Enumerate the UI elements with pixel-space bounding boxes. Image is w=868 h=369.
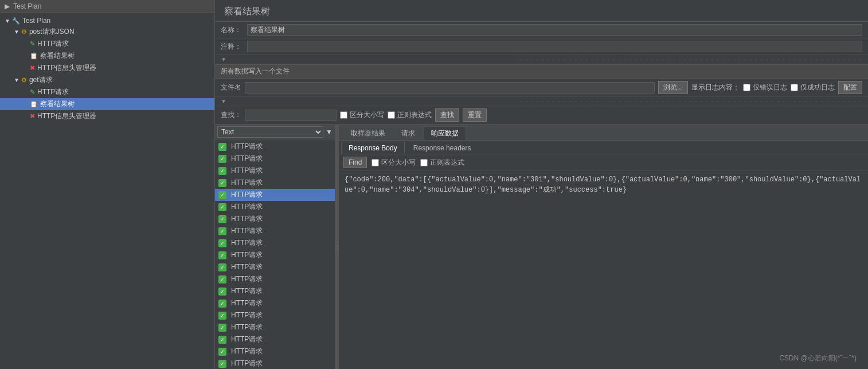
response-tabs: 取样器结果请求响应数据 — [339, 125, 868, 141]
result-label: HTTP请求 — [231, 178, 263, 188]
regex-group[interactable]: 正则表达式 — [388, 110, 432, 120]
comment-row: 注释： — [215, 38, 868, 55]
response-sub-tab-Response Body[interactable]: Response Body — [341, 142, 405, 154]
success-icon: ✓ — [218, 348, 226, 356]
regex-checkbox[interactable] — [388, 111, 395, 119]
find-button[interactable]: 查找 — [435, 108, 459, 122]
result-item[interactable]: ✓HTTP请求 — [215, 273, 335, 285]
tree-label-post-header: HTTP信息头管理器 — [37, 63, 96, 73]
tree-icon-get-result-tree: 📋 — [30, 100, 38, 108]
success-icon: ✓ — [218, 263, 226, 271]
resp-regex-label: 正则表达式 — [430, 158, 464, 168]
error-only-group[interactable]: 仅错误日志 — [743, 83, 787, 92]
results-dropdown[interactable]: Text — [217, 126, 323, 138]
name-label: 名称： — [221, 25, 244, 35]
result-label: HTTP请求 — [231, 347, 263, 356]
response-find-button[interactable]: Find — [343, 157, 367, 168]
error-only-label: 仅错误日志 — [753, 83, 787, 92]
file-name-input[interactable] — [245, 82, 655, 94]
result-item[interactable]: ✓HTTP请求 — [215, 261, 335, 273]
reset-button[interactable]: 重置 — [463, 108, 487, 122]
response-panel: 取样器结果请求响应数据 Response BodyResponse header… — [339, 125, 868, 369]
resp-case-checkbox[interactable] — [372, 159, 379, 166]
result-item[interactable]: ✓HTTP请求 — [215, 153, 335, 165]
expand-arrow-get-folder[interactable]: ▼ — [14, 77, 19, 83]
result-item[interactable]: ✓HTTP请求 — [215, 345, 335, 358]
success-icon: ✓ — [218, 191, 226, 199]
result-item[interactable]: ✓HTTP请求 — [215, 165, 335, 177]
response-tab-取样器结果[interactable]: 取样器结果 — [343, 126, 393, 140]
success-icon: ✓ — [218, 155, 226, 163]
result-label: HTTP请求 — [231, 190, 263, 200]
response-sub-tab-Response headers[interactable]: Response headers — [406, 142, 479, 154]
result-item[interactable]: ✓HTTP请求 — [215, 297, 335, 309]
sidebar-item-post-result-tree[interactable]: 📋察看结果树 — [0, 50, 214, 62]
tree-icon-get-http: ✎ — [30, 88, 35, 96]
sidebar-item-get-result-tree[interactable]: 📋察看结果树 — [0, 98, 214, 110]
result-item[interactable]: ✓HTTP请求 — [215, 309, 335, 321]
panel-title: 察看结果树 — [215, 0, 868, 22]
results-list-header: Text ▼ — [215, 125, 335, 139]
success-icon: ✓ — [218, 300, 226, 308]
sidebar-item-get-http[interactable]: ✎HTTP请求 — [0, 86, 214, 98]
result-item[interactable]: ✓HTTP请求 — [215, 321, 335, 333]
expand-arrow-test-plan[interactable]: ▼ — [5, 18, 10, 24]
response-tab-请求[interactable]: 请求 — [394, 126, 423, 140]
result-label: HTTP请求 — [231, 154, 263, 164]
result-item[interactable]: ✓HTTP请求 — [215, 141, 335, 153]
expand-arrow-post-json[interactable]: ▼ — [14, 29, 19, 35]
case-sensitive-checkbox[interactable] — [340, 111, 347, 119]
resp-regex-checkbox[interactable] — [420, 159, 428, 166]
response-tab-响应数据[interactable]: 响应数据 — [424, 126, 466, 140]
result-item[interactable]: ✓HTTP请求 — [215, 333, 335, 345]
tree-label-post-result-tree: 察看结果树 — [40, 51, 75, 61]
sidebar-title: Test Plan — [13, 2, 41, 10]
result-label: HTTP请求 — [231, 286, 263, 296]
comment-input[interactable] — [247, 41, 862, 52]
result-label: HTTP请求 — [231, 214, 263, 224]
sidebar-item-test-plan[interactable]: ▼🔧Test Plan — [0, 15, 214, 26]
log-label-group: 显示日志内容： — [691, 83, 740, 92]
result-item[interactable]: ✓HTTP请求 — [215, 201, 335, 213]
response-sub-tabs: Response BodyResponse headers — [339, 141, 868, 154]
result-area: Text ▼ ✓HTTP请求✓HTTP请求✓HTTP请求✓HTTP请求✓HTTP… — [215, 125, 868, 369]
arrow-divider-1: ▼ · · · · · · · · · · · · · · · · · · · … — [215, 55, 868, 64]
success-only-checkbox[interactable] — [791, 84, 798, 91]
tree-label-post-http: HTTP请求 — [37, 39, 69, 49]
success-icon: ✓ — [218, 143, 226, 151]
search-input[interactable] — [245, 110, 337, 121]
resp-case-label: 区分大小写 — [381, 158, 416, 168]
resp-case-group[interactable]: 区分大小写 — [372, 158, 416, 168]
result-item[interactable]: ✓HTTP请求 — [215, 225, 335, 237]
result-item[interactable]: ✓HTTP请求 — [215, 213, 335, 225]
result-item[interactable]: ✓HTTP请求 — [215, 358, 335, 369]
resp-regex-group[interactable]: 正则表达式 — [420, 158, 464, 168]
name-row: 名称： — [215, 22, 868, 38]
sidebar-item-post-header[interactable]: ✖HTTP信息头管理器 — [0, 62, 214, 74]
browse-button[interactable]: 浏览... — [658, 81, 688, 94]
sidebar-item-get-header[interactable]: ✖HTTP信息头管理器 — [0, 110, 214, 122]
log-label: 显示日志内容： — [691, 83, 740, 92]
dots-2: · · · · · · · · · · · · · · · · · · · · … — [520, 98, 862, 104]
name-input[interactable] — [247, 24, 862, 36]
result-item[interactable]: ✓HTTP请求 — [215, 177, 335, 189]
sidebar-header: ▶ Test Plan — [0, 0, 214, 13]
result-item[interactable]: ✓HTTP请求 — [215, 189, 335, 201]
success-only-group[interactable]: 仅成功日志 — [791, 83, 835, 92]
result-label: HTTP请求 — [231, 166, 263, 176]
success-icon: ✓ — [218, 324, 226, 332]
result-label: HTTP请求 — [231, 262, 263, 272]
error-only-checkbox[interactable] — [743, 84, 750, 91]
result-item[interactable]: ✓HTTP请求 — [215, 237, 335, 249]
sidebar-item-post-json[interactable]: ▼⚙post请求JSON — [0, 26, 214, 38]
panel-title-text: 察看结果树 — [224, 6, 270, 16]
tree-icon-post-header: ✖ — [30, 64, 35, 72]
file-name-label: 文件名 — [221, 83, 241, 92]
result-item[interactable]: ✓HTTP请求 — [215, 285, 335, 297]
sidebar-item-get-folder[interactable]: ▼⚙get请求 — [0, 74, 214, 86]
config-button[interactable]: 配置 — [838, 81, 862, 94]
sidebar-item-post-http[interactable]: ✎HTTP请求 — [0, 38, 214, 50]
result-label: HTTP请求 — [231, 142, 263, 152]
case-sensitive-group[interactable]: 区分大小写 — [340, 110, 384, 120]
result-item[interactable]: ✓HTTP请求 — [215, 249, 335, 261]
